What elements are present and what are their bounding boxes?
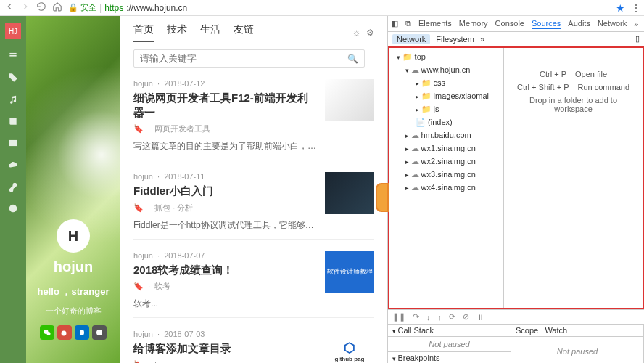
reload-button[interactable] [36, 1, 46, 14]
scope-watch-header[interactable]: Scope Watch [511, 325, 643, 337]
layers-icon[interactable] [8, 51, 18, 61]
device-icon[interactable]: ⧉ [405, 19, 411, 28]
gear-icon[interactable]: ⚙ [366, 28, 374, 38]
search-input[interactable] [140, 53, 347, 64]
post-item[interactable]: hojun · 2018-07-072018软考成绩查询！🔖 · 软考软考...… [133, 251, 374, 319]
devtools-panel: ◧ ⧉ ElementsMemoryConsoleSourcesAuditsNe… [387, 16, 644, 363]
back-button[interactable] [4, 1, 15, 14]
devtools-tabs: ◧ ⧉ ElementsMemoryConsoleSourcesAuditsNe… [388, 16, 644, 32]
devtools-tab[interactable]: Sources [532, 19, 561, 29]
greeting: hello ，stranger [26, 285, 120, 298]
tree-node[interactable]: ▸ 📁 js [391, 103, 502, 116]
url-host: ://www.hojun.cn [126, 3, 187, 13]
more-subtabs-icon[interactable]: » [480, 35, 484, 44]
sun-icon[interactable]: ☼ [352, 28, 360, 38]
tree-node[interactable]: ▸ ☁ wx4.sinaimg.cn [391, 182, 502, 195]
tree-node[interactable]: ▸ ☁ hm.baidu.com [391, 129, 502, 142]
left-rail: HJ [0, 16, 26, 363]
devtools-tab[interactable]: Network [598, 19, 627, 29]
post-title[interactable]: 2018软考成绩查询！ [133, 263, 316, 277]
qq-icon[interactable] [75, 325, 89, 340]
svg-rect-1 [9, 55, 16, 57]
svg-point-7 [80, 330, 84, 335]
nav-tab[interactable]: 技术 [167, 23, 187, 42]
tag-icon[interactable] [8, 73, 18, 83]
browser-menu-icon[interactable]: ⋮ [631, 2, 640, 14]
scope-body: Not paused [511, 337, 643, 359]
music-icon[interactable] [8, 94, 18, 105]
devtools-tab[interactable]: Console [495, 19, 524, 29]
debug-toolbar: ❚❚ ↷ ↓ ↑ ⟳ ⊘ ⏸ [388, 309, 644, 324]
wechat-icon[interactable] [40, 325, 54, 340]
step-icon[interactable]: ⟳ [449, 312, 455, 322]
side-bookmark-tab[interactable] [376, 183, 389, 212]
lock-icon: 🔒 安全 [68, 2, 96, 13]
tree-node[interactable]: 📄 (index) [391, 116, 502, 129]
site-logo[interactable]: H [57, 219, 90, 253]
callstack-header[interactable]: Call Stack [388, 325, 511, 337]
post-thumb [325, 79, 374, 121]
address-bar[interactable]: 🔒 安全 | https://www.hojun.cn [68, 2, 610, 13]
tree-node[interactable]: ▸ 📁 images/xiaomai [391, 90, 502, 103]
post-title[interactable]: Fiddler小白入门 [133, 184, 316, 198]
post-title[interactable]: 给博客添加文章目录 [133, 341, 316, 356]
link-icon[interactable] [8, 182, 18, 192]
post-item[interactable]: hojun · 2018-07-12细说网页开发者工具F12-前端开发利器一🔖 … [133, 79, 374, 160]
devtools-tab[interactable]: Memory [459, 19, 488, 29]
post-item[interactable]: hojun · 2018-07-03给博客添加文章目录🔖 · hexo因为JSi… [133, 330, 374, 363]
post-tags: 🔖 · hexo [133, 360, 316, 364]
devtools-tab[interactable]: Audits [568, 19, 590, 29]
github-icon[interactable] [92, 325, 107, 340]
step-over-icon[interactable]: ↷ [413, 312, 419, 322]
pause-exc-icon[interactable]: ⏸ [476, 313, 484, 322]
rail-avatar[interactable]: HJ [5, 23, 21, 39]
pause-icon[interactable]: ❚❚ [392, 312, 405, 322]
devtools-tab[interactable]: Elements [418, 19, 452, 29]
shortcut-key: Ctrl + P [540, 70, 566, 78]
weibo-icon[interactable] [57, 325, 72, 340]
sources-subtabs: Network Filesystem » ⋮ ▯ [388, 32, 644, 46]
tagline: 一个好奇的博客 [26, 306, 120, 317]
step-into-icon[interactable]: ↓ [426, 313, 431, 322]
nav-tab[interactable]: 生活 [200, 23, 220, 42]
step-out-icon[interactable]: ↑ [438, 313, 442, 322]
post-meta: hojun · 2018-07-07 [133, 251, 316, 260]
forward-button[interactable] [20, 1, 30, 14]
subtab-filesystem[interactable]: Filesystem [436, 35, 474, 44]
search-box[interactable]: 🔍 [133, 49, 365, 68]
post-title[interactable]: 细说网页开发者工具F12-前端开发利器一 [133, 91, 316, 119]
post-tags: 🔖 · 软考 [133, 281, 316, 292]
tree-node[interactable]: ▾ 📁 top [391, 51, 502, 64]
more-tabs-icon[interactable]: » [634, 20, 638, 28]
book-icon[interactable] [8, 116, 18, 126]
tree-node[interactable]: ▸ 📁 css [391, 77, 502, 90]
search-icon[interactable]: 🔍 [347, 54, 358, 64]
tree-node[interactable]: ▸ ☁ wx1.sinaimg.cn [391, 142, 502, 155]
post-item[interactable]: hojun · 2018-07-11Fiddler小白入门🔖 · 抓包 · 分析… [133, 172, 374, 240]
tree-node[interactable]: ▸ ☁ wx2.sinaimg.cn [391, 155, 502, 168]
subtab-network[interactable]: Network [392, 34, 430, 44]
post-meta: hojun · 2018-07-03 [133, 330, 316, 338]
panel-split-icon[interactable]: ▯ [635, 34, 640, 44]
image-icon[interactable] [8, 138, 18, 148]
drop-hint: Drop in a folder to add to workspace [510, 96, 637, 113]
bookmark-star-icon[interactable]: ★ [616, 2, 625, 14]
post-thumb: 软件设计师教程 [325, 251, 374, 293]
nav-tabs: 首页技术生活友链 [133, 23, 254, 42]
tree-node[interactable]: ▸ ☁ wx3.sinaimg.cn [391, 168, 502, 182]
nav-tab[interactable]: 首页 [133, 23, 154, 42]
info-icon[interactable] [8, 203, 18, 213]
profile-sidebar: H hojun hello ，stranger 一个好奇的博客 [26, 16, 120, 363]
shortcut-key: Ctrl + Shift + P [517, 83, 569, 91]
inspect-icon[interactable]: ◧ [391, 19, 398, 28]
url-protocol: https [104, 3, 123, 13]
post-excerpt: Fiddler是一个http协议调试代理工具，它能够记录并检... [133, 219, 316, 232]
post-tags: 🔖 · 网页开发者工具 [133, 123, 316, 134]
tree-node[interactable]: ▾ ☁ www.hojun.cn [391, 64, 502, 77]
nav-tab[interactable]: 友链 [234, 23, 254, 42]
cloud-icon[interactable] [8, 160, 18, 170]
deactivate-bp-icon[interactable]: ⊘ [463, 312, 469, 322]
breakpoints-header[interactable]: Breakpoints [388, 351, 511, 363]
subtab-menu-icon[interactable]: ⋮ [622, 34, 629, 44]
home-button[interactable] [52, 1, 62, 14]
